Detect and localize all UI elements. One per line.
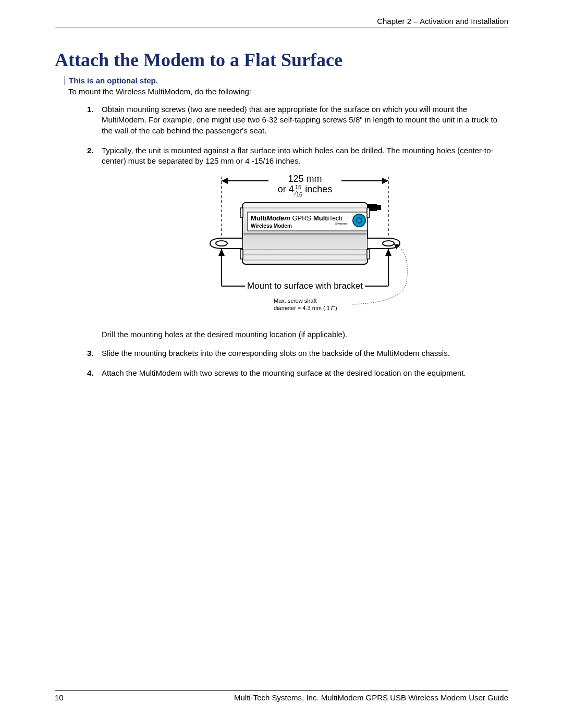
svg-rect-25 (367, 208, 370, 217)
screw-note-2: diameter = 4.3 mm (.17") (274, 305, 337, 311)
page-title: Attach the Modem to a Flat Surface (55, 49, 508, 71)
svg-point-21 (216, 241, 227, 246)
svg-marker-5 (382, 178, 388, 184)
step-num: 4. (87, 368, 94, 378)
svg-rect-23 (240, 250, 243, 259)
chapter-header: Chapter 2 – Activation and Installation (55, 17, 508, 28)
step-num: 2. (87, 145, 94, 156)
mounting-diagram: 125 mm or 415⁄16 inches (102, 171, 508, 320)
step-text: Obtain mounting screws (two are needed) … (102, 105, 497, 135)
svg-point-24 (383, 241, 394, 246)
bracket-label: Mount to surface with bracket (247, 281, 363, 291)
step-text: Attach the MultiModem with two screws to… (102, 368, 466, 377)
step-4: 4. Attach the MultiModem with two screws… (102, 368, 508, 378)
step-num: 3. (87, 348, 94, 359)
svg-rect-22 (240, 208, 243, 217)
post-diagram-text: Drill the mounting holes at the desired … (102, 330, 508, 339)
step-3: 3. Slide the mounting brackets into the … (102, 348, 508, 359)
svg-rect-20 (377, 205, 381, 210)
svg-point-17 (353, 214, 365, 227)
step-2: 2. Typically, the unit is mounted agains… (102, 145, 508, 320)
screw-note-1: Max. screw shaft (274, 298, 317, 304)
svg-marker-28 (218, 249, 225, 256)
step-num: 1. (87, 104, 94, 115)
page-number: 10 (55, 693, 64, 702)
intro-text: To mount the Wireless MultiModem, do the… (68, 87, 508, 96)
svg-text:Systems: Systems (335, 222, 347, 225)
svg-marker-3 (222, 178, 228, 184)
optional-note: This is an optional step. (64, 76, 158, 85)
step-text: Slide the mounting brackets into the cor… (102, 349, 450, 357)
steps-list: 1. Obtain mounting screws (two are neede… (102, 104, 508, 320)
svg-rect-26 (367, 250, 370, 259)
steps-list-continued: 3. Slide the mounting brackets into the … (102, 348, 508, 379)
svg-text:Wireless Modem: Wireless Modem (251, 223, 292, 229)
dim-125mm: 125 mm (288, 174, 322, 184)
step-1: 1. Obtain mounting screws (two are neede… (102, 104, 508, 136)
guide-title: Multi-Tech Systems, Inc. MultiModem GPRS… (234, 693, 508, 702)
svg-text:MultiModem GPRS MultiTech: MultiModem GPRS MultiTech (251, 214, 342, 222)
svg-marker-31 (385, 249, 391, 256)
step-text: Typically, the unit is mounted against a… (102, 146, 494, 165)
svg-text:or 415⁄16 inches: or 415⁄16 inches (278, 184, 332, 198)
page-footer: 10 Multi-Tech Systems, Inc. MultiModem G… (55, 690, 508, 702)
